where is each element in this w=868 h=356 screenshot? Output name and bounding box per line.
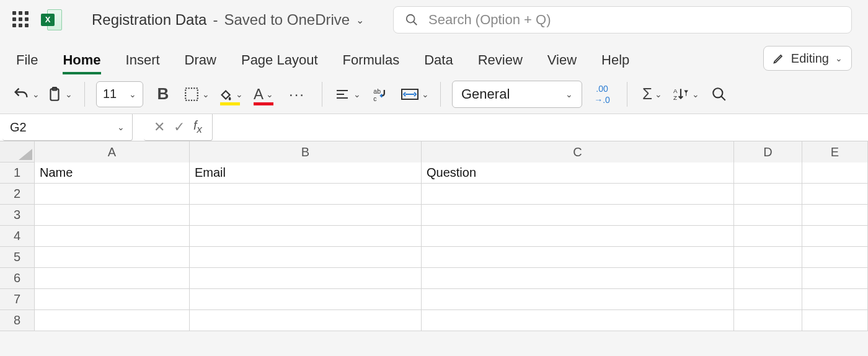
name-box[interactable]: G2 ⌄ — [2, 114, 133, 141]
cell-B4[interactable] — [190, 226, 422, 247]
save-status: Saved to OneDrive — [224, 11, 350, 29]
tab-data[interactable]: Data — [424, 52, 453, 74]
autosum-button[interactable]: Σ ⌄ — [639, 81, 666, 108]
cell-D8[interactable] — [734, 310, 802, 331]
col-header-D[interactable]: D — [734, 141, 802, 164]
borders-button[interactable]: ⌄ — [183, 81, 210, 108]
number-format-select[interactable]: General ⌄ — [452, 81, 582, 108]
editing-mode-button[interactable]: Editing ⌄ — [763, 46, 852, 71]
more-options-button[interactable]: ··· — [283, 81, 311, 108]
paint-bucket-icon — [217, 86, 233, 102]
cell-A5[interactable] — [35, 247, 190, 268]
fill-color-button[interactable]: ⌄ — [216, 81, 244, 108]
cell-E8[interactable] — [802, 310, 868, 331]
cell-E3[interactable] — [802, 205, 868, 226]
tab-home[interactable]: Home — [63, 52, 100, 74]
cell-B1[interactable]: Email — [190, 162, 422, 184]
cell-B8[interactable] — [190, 310, 422, 331]
tab-file[interactable]: File — [16, 52, 38, 74]
cell-C2[interactable] — [422, 184, 734, 205]
chevron-down-icon: ⌄ — [356, 14, 364, 26]
bold-button[interactable]: B — [149, 81, 177, 108]
cell-A6[interactable] — [35, 268, 190, 289]
cell-C8[interactable] — [422, 310, 734, 331]
col-header-E[interactable]: E — [802, 141, 868, 164]
wrap-text-button[interactable]: ab c — [367, 81, 394, 108]
cell-D1[interactable] — [734, 162, 802, 184]
cell-B3[interactable] — [190, 205, 422, 226]
cell-E5[interactable] — [802, 247, 868, 268]
paste-button[interactable]: ⌄ — [46, 81, 73, 108]
tab-review[interactable]: Review — [478, 52, 523, 74]
cell-B2[interactable] — [190, 184, 422, 205]
search-box[interactable] — [393, 6, 852, 33]
cell-A3[interactable] — [35, 205, 190, 226]
chevron-down-icon: ⌄ — [129, 89, 136, 99]
app-launcher[interactable] — [12, 11, 30, 29]
merge-button[interactable]: ⌄ — [401, 81, 429, 108]
cell-D7[interactable] — [734, 289, 802, 310]
row-header-4[interactable]: 4 — [0, 226, 35, 247]
fx-icon[interactable]: fx — [193, 118, 202, 136]
cell-C6[interactable] — [422, 268, 734, 289]
tab-view[interactable]: View — [547, 52, 577, 74]
cell-C1[interactable]: Question — [422, 162, 734, 184]
font-size-select[interactable]: 11 ⌄ — [96, 81, 143, 107]
cell-D4[interactable] — [734, 226, 802, 247]
undo-button[interactable]: ⌄ — [12, 81, 40, 108]
row-header-6[interactable]: 6 — [0, 268, 35, 289]
font-color-button[interactable]: A ⌄ — [250, 81, 277, 108]
tab-page-layout[interactable]: Page Layout — [241, 52, 318, 74]
chevron-down-icon: ⌄ — [422, 89, 429, 99]
cell-E7[interactable] — [802, 289, 868, 310]
row-header-5[interactable]: 5 — [0, 247, 35, 268]
cell-E6[interactable] — [802, 268, 868, 289]
cell-B5[interactable] — [190, 247, 422, 268]
cell-B7[interactable] — [190, 289, 422, 310]
cell-C4[interactable] — [422, 226, 734, 247]
cell-A4[interactable] — [35, 226, 190, 247]
row-header-2[interactable]: 2 — [0, 184, 35, 205]
find-button[interactable] — [706, 81, 733, 108]
accept-formula-icon[interactable]: ✓ — [174, 119, 185, 135]
cell-D5[interactable] — [734, 247, 802, 268]
tab-help[interactable]: Help — [601, 52, 629, 74]
row-header-3[interactable]: 3 — [0, 205, 35, 226]
formula-bar: G2 ⌄ ✕ ✓ fx — [0, 114, 868, 141]
cell-C3[interactable] — [422, 205, 734, 226]
col-header-C[interactable]: C — [422, 141, 734, 164]
align-button[interactable]: ⌄ — [334, 81, 361, 108]
tab-draw[interactable]: Draw — [185, 52, 216, 74]
cell-D2[interactable] — [734, 184, 802, 205]
cell-C7[interactable] — [422, 289, 734, 310]
formula-input[interactable] — [213, 114, 868, 141]
merge-cells-icon — [401, 87, 419, 102]
row-header-8[interactable]: 8 — [0, 310, 35, 331]
decimal-button[interactable]: .00 →.0 — [588, 81, 616, 108]
cell-A2[interactable] — [35, 184, 190, 205]
cell-D3[interactable] — [734, 205, 802, 226]
cell-D6[interactable] — [734, 268, 802, 289]
cell-E4[interactable] — [802, 226, 868, 247]
font-color-icon: A — [254, 86, 264, 103]
col-header-B[interactable]: B — [190, 141, 422, 164]
cell-A7[interactable] — [35, 289, 190, 310]
sort-filter-button[interactable]: A Z ⌄ — [672, 81, 699, 108]
row-header-1[interactable]: 1 — [0, 162, 35, 184]
cell-A8[interactable] — [35, 310, 190, 331]
cell-E1[interactable] — [802, 162, 868, 184]
tab-formulas[interactable]: Formulas — [343, 52, 400, 74]
cell-C5[interactable] — [422, 247, 734, 268]
cell-B6[interactable] — [190, 268, 422, 289]
col-header-A[interactable]: A — [35, 141, 190, 164]
sigma-icon: Σ — [642, 84, 652, 104]
cancel-formula-icon[interactable]: ✕ — [154, 119, 165, 135]
tab-insert[interactable]: Insert — [126, 52, 160, 74]
row-header-7[interactable]: 7 — [0, 289, 35, 310]
search-input[interactable] — [427, 11, 840, 29]
document-title[interactable]: Registration Data - Saved to OneDrive ⌄ — [92, 11, 364, 29]
select-all-corner[interactable] — [0, 141, 35, 162]
editing-mode-label: Editing — [791, 51, 829, 66]
cell-E2[interactable] — [802, 184, 868, 205]
cell-A1[interactable]: Name — [35, 162, 190, 184]
